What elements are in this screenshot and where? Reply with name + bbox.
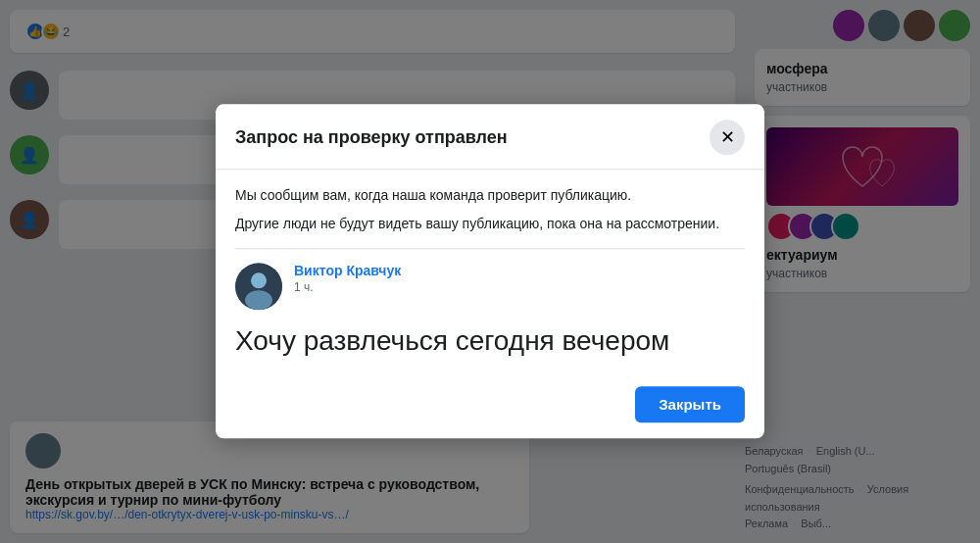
modal-title: Запрос на проверку отправлен — [235, 127, 508, 148]
modal-footer: Закрыть — [216, 375, 764, 439]
modal-close-action-button[interactable]: Закрыть — [635, 387, 745, 423]
avatar-svg — [235, 263, 282, 310]
modal-divider — [235, 248, 745, 249]
svg-point-2 — [245, 290, 272, 310]
modal-body: Мы сообщим вам, когда наша команда прове… — [216, 170, 764, 374]
review-request-modal: Запрос на проверку отправлен ✕ Мы сообщи… — [216, 104, 764, 438]
modal-post-preview: Виктор Кравчук 1 ч. — [235, 263, 745, 310]
modal-close-button[interactable]: ✕ — [710, 120, 745, 155]
modal-post-time: 1 ч. — [294, 280, 401, 294]
modal-post-meta: Виктор Кравчук 1 ч. — [294, 263, 401, 294]
modal-header: Запрос на проверку отправлен ✕ — [216, 104, 764, 170]
modal-post-author[interactable]: Виктор Кравчук — [294, 263, 401, 278]
modal-info-line-2: Другие люди не будут видеть вашу публика… — [235, 214, 745, 234]
modal-post-avatar — [235, 263, 282, 310]
svg-point-1 — [251, 272, 267, 288]
modal-info-line-1: Мы сообщим вам, когда наша команда прове… — [235, 185, 745, 206]
modal-post-content: Хочу развлечься сегодня вечером — [235, 320, 745, 359]
